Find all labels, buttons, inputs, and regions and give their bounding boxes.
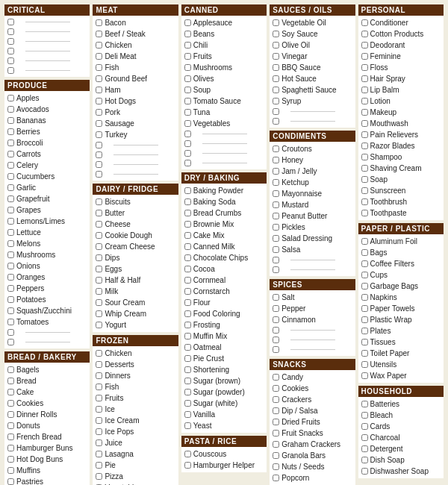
item-checkbox[interactable] — [96, 451, 102, 457]
item-checkbox[interactable] — [7, 229, 14, 236]
item-checkbox[interactable] — [184, 310, 191, 317]
item-checkbox[interactable] — [273, 396, 279, 403]
empty-checkbox[interactable] — [96, 142, 102, 148]
item-checkbox[interactable] — [7, 151, 14, 157]
item-checkbox[interactable] — [273, 190, 279, 197]
empty-checkbox[interactable] — [273, 257, 279, 263]
item-checkbox[interactable] — [361, 53, 368, 60]
item-checkbox[interactable] — [7, 445, 14, 451]
item-checkbox[interactable] — [96, 277, 102, 284]
item-checkbox[interactable] — [361, 372, 368, 379]
empty-checkbox[interactable] — [273, 118, 279, 125]
item-checkbox[interactable] — [361, 468, 368, 475]
item-checkbox[interactable] — [7, 378, 14, 384]
item-checkbox[interactable] — [361, 64, 368, 71]
item-checkbox[interactable] — [273, 213, 279, 219]
empty-checkbox[interactable] — [7, 57, 14, 64]
item-checkbox[interactable] — [96, 87, 102, 93]
item-checkbox[interactable] — [184, 462, 191, 469]
item-checkbox[interactable] — [184, 366, 191, 373]
item-checkbox[interactable] — [184, 333, 191, 340]
item-checkbox[interactable] — [361, 316, 368, 323]
item-checkbox[interactable] — [361, 283, 368, 290]
item-checkbox[interactable] — [7, 117, 14, 124]
item-checkbox[interactable] — [361, 412, 368, 419]
item-checkbox[interactable] — [273, 374, 279, 381]
item-checkbox[interactable] — [184, 243, 191, 250]
item-checkbox[interactable] — [7, 240, 14, 247]
empty-checkbox[interactable] — [7, 38, 14, 45]
empty-checkbox[interactable] — [7, 339, 14, 345]
item-checkbox[interactable] — [361, 401, 368, 407]
item-checkbox[interactable] — [7, 411, 14, 418]
item-checkbox[interactable] — [361, 423, 368, 430]
item-checkbox[interactable] — [96, 75, 102, 82]
item-checkbox[interactable] — [7, 319, 14, 325]
item-checkbox[interactable] — [7, 106, 14, 113]
item-checkbox[interactable] — [273, 64, 279, 71]
item-checkbox[interactable] — [361, 42, 368, 48]
empty-checkbox[interactable] — [184, 160, 191, 166]
empty-checkbox[interactable] — [7, 19, 14, 25]
item-checkbox[interactable] — [7, 218, 14, 225]
item-checkbox[interactable] — [361, 238, 368, 245]
item-checkbox[interactable] — [184, 355, 191, 362]
item-checkbox[interactable] — [96, 243, 102, 250]
item-checkbox[interactable] — [361, 457, 368, 463]
item-checkbox[interactable] — [96, 350, 102, 357]
item-checkbox[interactable] — [361, 154, 368, 160]
item-checkbox[interactable] — [361, 361, 368, 368]
item-checkbox[interactable] — [7, 296, 14, 303]
item-checkbox[interactable] — [361, 305, 368, 312]
item-checkbox[interactable] — [184, 422, 191, 429]
item-checkbox[interactable] — [273, 42, 279, 48]
item-checkbox[interactable] — [361, 176, 368, 183]
item-checkbox[interactable] — [273, 463, 279, 470]
item-checkbox[interactable] — [361, 98, 368, 104]
item-checkbox[interactable] — [96, 232, 102, 239]
item-checkbox[interactable] — [361, 87, 368, 93]
item-checkbox[interactable] — [7, 422, 14, 429]
empty-checkbox[interactable] — [184, 140, 191, 147]
item-checkbox[interactable] — [184, 400, 191, 407]
item-checkbox[interactable] — [96, 131, 102, 138]
item-checkbox[interactable] — [273, 430, 279, 436]
item-checkbox[interactable] — [184, 299, 191, 306]
item-checkbox[interactable] — [7, 366, 14, 373]
item-checkbox[interactable] — [184, 344, 191, 351]
item-checkbox[interactable] — [361, 19, 368, 26]
item-checkbox[interactable] — [184, 266, 191, 272]
empty-checkbox[interactable] — [96, 171, 102, 178]
item-checkbox[interactable] — [361, 210, 368, 216]
item-checkbox[interactable] — [184, 75, 191, 82]
empty-checkbox[interactable] — [273, 337, 279, 343]
item-checkbox[interactable] — [184, 120, 191, 127]
item-checkbox[interactable] — [7, 128, 14, 135]
item-checkbox[interactable] — [361, 187, 368, 194]
item-checkbox[interactable] — [184, 389, 191, 395]
item-checkbox[interactable] — [96, 406, 102, 413]
empty-checkbox[interactable] — [96, 151, 102, 158]
empty-checkbox[interactable] — [184, 131, 191, 137]
item-checkbox[interactable] — [96, 322, 102, 328]
item-checkbox[interactable] — [361, 143, 368, 149]
item-checkbox[interactable] — [273, 87, 279, 93]
item-checkbox[interactable] — [96, 428, 102, 435]
item-checkbox[interactable] — [184, 378, 191, 384]
item-checkbox[interactable] — [184, 277, 191, 284]
item-checkbox[interactable] — [184, 31, 191, 37]
item-checkbox[interactable] — [273, 224, 279, 231]
item-checkbox[interactable] — [361, 328, 368, 334]
item-checkbox[interactable] — [96, 98, 102, 104]
item-checkbox[interactable] — [361, 109, 368, 116]
item-checkbox[interactable] — [184, 232, 191, 239]
item-checkbox[interactable] — [96, 109, 102, 116]
item-checkbox[interactable] — [96, 221, 102, 228]
empty-checkbox[interactable] — [7, 67, 14, 74]
item-checkbox[interactable] — [7, 173, 14, 180]
item-checkbox[interactable] — [361, 272, 368, 278]
item-checkbox[interactable] — [184, 187, 191, 194]
item-checkbox[interactable] — [96, 462, 102, 469]
item-checkbox[interactable] — [273, 179, 279, 186]
item-checkbox[interactable] — [96, 417, 102, 424]
